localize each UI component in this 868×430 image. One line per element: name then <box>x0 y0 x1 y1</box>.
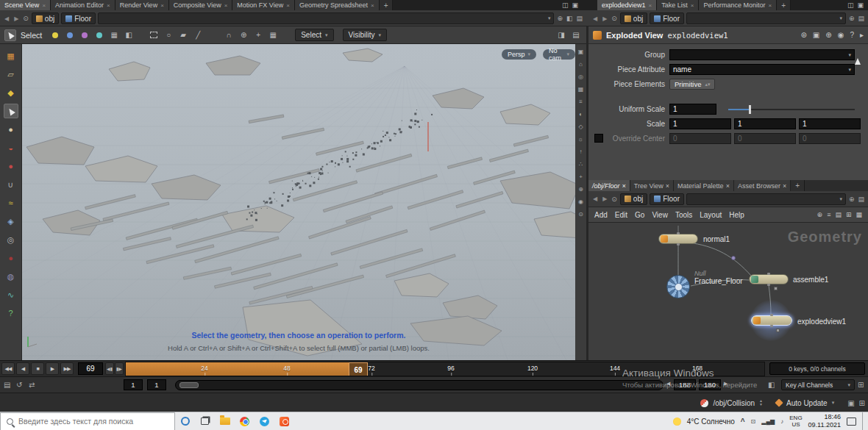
close-tab-icon[interactable]: × <box>666 182 669 190</box>
tab-render-view[interactable]: Render View× <box>115 0 169 10</box>
taskbar-search[interactable] <box>0 412 175 430</box>
file-explorer-button[interactable] <box>215 412 235 430</box>
help-tool-icon[interactable]: ? <box>4 306 18 320</box>
partial-select-icon[interactable]: ◧ <box>123 29 135 41</box>
prev-frame-button[interactable]: ◀ <box>16 362 29 375</box>
ripple-tool-icon[interactable]: ≈ <box>4 196 18 210</box>
hand-tool-icon[interactable]: ● <box>4 122 18 137</box>
edges-mask-icon[interactable] <box>64 29 76 41</box>
camera-button[interactable]: No cam▾ <box>543 49 575 60</box>
node-floor-chip[interactable]: Floor <box>650 193 684 205</box>
grid-toggle-icon[interactable]: ▦ <box>578 86 584 93</box>
key-all-channels-dropdown[interactable]: Key All Channels▾ <box>781 379 855 390</box>
close-tab-icon[interactable]: × <box>783 182 786 190</box>
keyframe-options-icon[interactable]: ⊞ <box>858 381 864 389</box>
uniform-scale-field[interactable]: 1 <box>669 104 716 115</box>
jump-end-button[interactable]: ▶▶ <box>60 362 74 375</box>
box-pick-icon[interactable] <box>148 29 160 41</box>
node-normal1-label[interactable]: normal1 <box>703 235 730 243</box>
visibility-menu[interactable]: Visibility▾ <box>343 29 387 41</box>
particles-tool-icon[interactable]: ◎ <box>4 232 18 247</box>
pane-layout-icon[interactable]: ◧ <box>566 15 574 22</box>
maximize-pane-icon[interactable]: ▣ <box>572 1 579 9</box>
task-view-button[interactable] <box>195 412 215 430</box>
geometry-mask-icon[interactable]: ▦ <box>108 29 120 41</box>
context-obj-chip[interactable]: obj <box>620 12 647 24</box>
paint-tool-icon[interactable]: ◒ <box>4 140 18 155</box>
step-down-icon[interactable]: ▼ <box>759 403 763 406</box>
info-icon[interactable]: ◉ <box>838 31 844 39</box>
link-pane-icon[interactable]: ⊕ <box>848 196 855 203</box>
menu-go[interactable]: Go <box>635 211 644 219</box>
tab-explodedview1[interactable]: explodedview1× <box>597 0 657 10</box>
realtime-toggle-icon[interactable]: ↺ <box>16 381 22 389</box>
pin-network-icon[interactable]: ⊙ <box>611 15 618 22</box>
range-right-arrow-icon[interactable]: ▶ <box>724 381 728 387</box>
node-flag-icon[interactable] <box>774 287 778 290</box>
save-icon[interactable]: ▣ <box>813 31 819 39</box>
close-tab-icon[interactable]: × <box>691 2 694 9</box>
close-tab-icon[interactable]: × <box>726 182 730 190</box>
update-mode-dropdown[interactable]: Auto Update <box>786 399 828 407</box>
group-field[interactable]: ▾ <box>669 49 855 60</box>
pin-network-icon[interactable]: ⊙ <box>22 15 29 22</box>
telegram-button[interactable] <box>255 412 274 430</box>
path-dropdown[interactable]: ▾ <box>98 12 554 24</box>
tab-tree-view[interactable]: Tree View× <box>630 180 674 191</box>
global-end-field[interactable]: 188 <box>674 379 696 390</box>
path-stepper[interactable]: ▲▼ <box>759 399 763 406</box>
context-obj-chip[interactable]: obj <box>32 12 59 24</box>
range-slider-handle[interactable] <box>179 382 199 388</box>
menu-add[interactable]: Add <box>594 211 608 219</box>
chevron-down-icon[interactable]: ▾ <box>848 52 851 58</box>
link-pane-icon[interactable]: ⊕ <box>556 15 563 22</box>
pick-geometry-icon[interactable] <box>855 50 861 58</box>
panel-menu-icon[interactable]: ▦ <box>855 211 862 218</box>
ocean-tool-icon[interactable]: ∿ <box>4 287 18 302</box>
pane-menu-icon[interactable]: ▤ <box>575 15 583 22</box>
shading-mode-icon[interactable]: ◐ <box>579 111 583 118</box>
points-mask-icon[interactable] <box>49 29 61 41</box>
curve-icon[interactable]: ◆ <box>4 85 18 100</box>
stop-button[interactable]: ■ <box>31 362 44 375</box>
tab-composite-view[interactable]: Composite View× <box>169 0 233 10</box>
forward-icon[interactable]: ▶ <box>601 15 608 22</box>
clock[interactable]: 18:4609.11.2021 <box>808 413 841 429</box>
piece-attribute-field[interactable]: name▾ <box>669 64 855 75</box>
tab-performance-monitor[interactable]: Performance Monitor× <box>699 0 777 10</box>
timeline-ruler[interactable]: 24 48 72 96 120 144 168 69 <box>125 362 765 376</box>
network-signal-icon[interactable]: ▂▄▆ <box>761 418 775 425</box>
select-arrow-icon[interactable] <box>4 29 16 41</box>
network-canvas[interactable]: Geometry normal1 NullFracture_Floor asse… <box>588 223 868 360</box>
close-tab-icon[interactable]: × <box>622 182 626 190</box>
toolbar-half-icon[interactable]: ◨ <box>555 29 567 41</box>
lighting-icon[interactable]: ☼ <box>578 136 583 143</box>
tab-motion-fx-view[interactable]: Motion FX View× <box>232 0 295 10</box>
magnet-tool-icon[interactable]: ∪ <box>4 177 18 192</box>
snap-multi-icon[interactable]: + <box>252 29 264 41</box>
snap-options-icon[interactable]: ▦ <box>267 29 279 41</box>
tab-geometry-spreadsheet[interactable]: Geometry Spreadsheet× <box>295 0 380 10</box>
menu-help[interactable]: Help <box>729 211 744 219</box>
tab-take-list[interactable]: Take List× <box>657 0 699 10</box>
menu-layout[interactable]: Layout <box>700 211 722 219</box>
node-assemble1-label[interactable]: assemble1 <box>793 276 828 284</box>
jump-start-button[interactable]: ◀◀ <box>1 362 15 375</box>
step-forward-button[interactable]: ▮▶ <box>115 362 124 375</box>
display-tray-icon[interactable]: ⊡ <box>751 418 756 425</box>
snap-magnet-icon[interactable]: ∩ <box>223 29 235 41</box>
auto-key-icon[interactable]: ◧ <box>768 381 775 389</box>
new-tab-button[interactable]: + <box>777 0 791 10</box>
show-desktop-button[interactable] <box>862 412 867 430</box>
node-explodedview1[interactable] <box>751 315 792 326</box>
brush-pick-icon[interactable]: ▰ <box>177 29 189 41</box>
current-frame-field[interactable]: 69 <box>78 362 103 375</box>
persp-button[interactable]: Persp▾ <box>502 49 536 60</box>
playback-end-field[interactable]: 180 <box>699 379 721 390</box>
close-tab-icon[interactable]: × <box>286 2 290 9</box>
language-indicator[interactable]: ENGUS <box>789 415 802 428</box>
node-floor-chip[interactable]: Floor <box>650 12 684 24</box>
override-y-field[interactable]: 0 <box>734 133 796 144</box>
node-normal1[interactable] <box>658 234 698 244</box>
layout-icon[interactable]: ⊞ <box>846 211 852 218</box>
